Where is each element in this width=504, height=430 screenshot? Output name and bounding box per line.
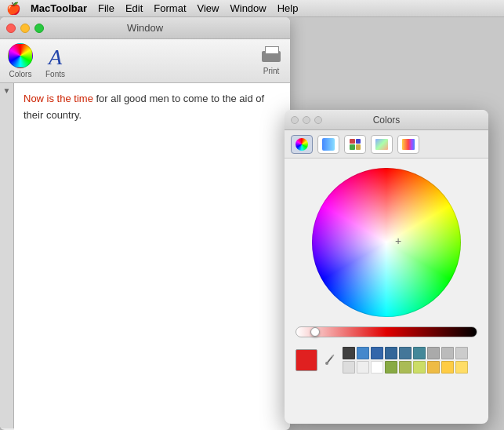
menubar-format[interactable]: Format: [154, 2, 186, 14]
mode-wheel-button[interactable]: [291, 135, 313, 154]
text-red: Now is the time: [24, 93, 93, 104]
window-title: Window: [127, 22, 163, 34]
swatch-item[interactable]: [357, 361, 369, 374]
toolbar-left: Colors A Fonts: [8, 43, 65, 78]
swatch-item[interactable]: [385, 347, 397, 359]
swatch-item[interactable]: [427, 361, 440, 374]
maximize-button[interactable]: [34, 24, 44, 33]
colors-label: Colors: [9, 70, 32, 78]
print-tool[interactable]: Print: [260, 46, 282, 75]
swatch-item[interactable]: [455, 361, 468, 374]
eyedropper-tool[interactable]: [321, 351, 339, 370]
swatch-item[interactable]: [441, 347, 454, 359]
swatch-item[interactable]: [371, 347, 383, 359]
print-label: Print: [263, 67, 280, 75]
colors-tool[interactable]: Colors: [8, 43, 33, 78]
brightness-thumb[interactable]: [310, 327, 320, 337]
colors-panel-title: Colors: [373, 115, 401, 126]
fonts-label: Fonts: [45, 70, 65, 78]
mode-list-button[interactable]: [397, 135, 419, 154]
brightness-container: [285, 323, 488, 341]
fonts-tool[interactable]: A Fonts: [45, 46, 65, 78]
swatch-grid: [343, 347, 477, 374]
selected-color: [296, 349, 317, 371]
print-icon: [260, 46, 282, 65]
mode-image-button[interactable]: [371, 135, 393, 154]
window-titlebar: Window: [0, 17, 290, 39]
sidebar-arrow[interactable]: ▼: [3, 86, 11, 95]
swatch-item[interactable]: [385, 361, 397, 374]
colors-maximize[interactable]: [314, 116, 322, 124]
color-wheel-container[interactable]: [285, 159, 488, 323]
menubar-help[interactable]: Help: [277, 2, 299, 14]
swatch-item[interactable]: [357, 347, 369, 359]
sidebar-indicator: ▼: [0, 83, 14, 428]
close-button[interactable]: [6, 24, 16, 33]
swatch-item[interactable]: [455, 347, 468, 359]
content-area: Now is the time for all good men to come…: [14, 83, 290, 430]
colors-traffic-lights: [291, 116, 322, 124]
menubar-mactoolbar[interactable]: MacToolbar: [31, 2, 87, 14]
colors-minimize[interactable]: [303, 116, 310, 124]
swatch-item[interactable]: [427, 347, 440, 359]
colors-panel-titlebar: Colors: [285, 110, 488, 130]
toolbar: Colors A Fonts Print: [0, 39, 290, 83]
image-mode-icon: [375, 139, 388, 150]
color-crosshair: [396, 237, 407, 248]
crayon-mode-icon: [350, 139, 361, 150]
swatch-item[interactable]: [441, 361, 454, 374]
menubar-edit[interactable]: Edit: [125, 2, 143, 14]
colors-panel: Colors: [285, 110, 488, 424]
minimize-button[interactable]: [20, 24, 30, 33]
menubar-view[interactable]: View: [198, 2, 219, 14]
font-icon: A: [49, 46, 62, 68]
swatch-item[interactable]: [343, 347, 355, 359]
swatch-item[interactable]: [343, 361, 355, 374]
apple-menu[interactable]: 🍎: [6, 2, 21, 16]
color-wheel-icon: [8, 43, 33, 68]
svg-line-2: [332, 355, 334, 357]
swatch-item[interactable]: [413, 347, 426, 359]
swatch-item[interactable]: [413, 361, 426, 374]
mode-crayon-button[interactable]: [344, 135, 366, 154]
swatches-area: [285, 341, 488, 377]
menubar: 🍎 MacToolbar File Edit Format View Windo…: [0, 0, 504, 17]
swatch-item[interactable]: [371, 361, 383, 374]
swatch-item[interactable]: [399, 347, 412, 359]
content-paragraph: Now is the time for all good men to come…: [24, 91, 281, 124]
menubar-file[interactable]: File: [98, 2, 114, 14]
swatch-item[interactable]: [399, 361, 412, 374]
svg-point-1: [325, 362, 328, 365]
colors-mode-bar: [285, 130, 488, 159]
color-wheel[interactable]: [312, 168, 461, 317]
list-mode-icon: [402, 139, 415, 150]
menubar-window[interactable]: Window: [230, 2, 266, 14]
slider-mode-icon: [322, 138, 335, 151]
brightness-slider[interactable]: [296, 326, 477, 337]
traffic-lights: [6, 24, 44, 33]
mode-slider-button[interactable]: [317, 135, 339, 154]
wheel-mode-icon: [296, 138, 308, 151]
colors-close[interactable]: [291, 116, 299, 124]
main-window: Window Colors A Fonts Print ▼ Now is the…: [0, 17, 290, 430]
